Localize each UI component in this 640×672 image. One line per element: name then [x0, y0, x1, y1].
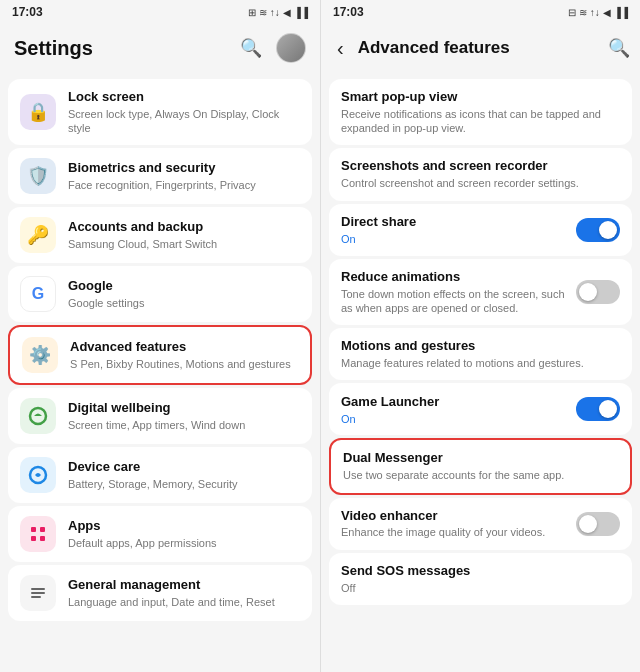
adv-item-motions-gestures[interactable]: Motions and gestures Manage features rel… — [329, 328, 632, 380]
lock-screen-subtitle: Screen lock type, Always On Display, Clo… — [68, 107, 300, 136]
settings-item-lock-screen[interactable]: 🔒 Lock screen Screen lock type, Always O… — [8, 79, 312, 145]
advanced-features-title: Advanced features — [70, 339, 298, 356]
adv-item-video-enhancer[interactable]: Video enhancer Enhance the image quality… — [329, 498, 632, 550]
adv-item-dual-messenger[interactable]: Dual Messenger Use two separate accounts… — [329, 438, 632, 494]
reduce-animations-subtitle: Tone down motion effects on the screen, … — [341, 287, 568, 316]
settings-item-google[interactable]: G Google Google settings — [8, 266, 312, 322]
dual-messenger-subtitle: Use two separate accounts for the same a… — [343, 468, 618, 482]
right-status-bar: 17:03 ⊟ ≋ ↑↓ ◀ ▐▐ — [321, 0, 640, 24]
direct-share-toggle[interactable] — [576, 218, 620, 242]
adv-item-screenshots[interactable]: Screenshots and screen recorder Control … — [329, 148, 632, 200]
accounts-title: Accounts and backup — [68, 219, 300, 236]
video-enhancer-toggle-knob — [579, 515, 597, 533]
video-enhancer-toggle[interactable] — [576, 512, 620, 536]
motions-gestures-subtitle: Manage features related to motions and g… — [341, 356, 620, 370]
left-time: 17:03 — [12, 5, 43, 19]
advanced-features-list: Smart pop-up view Receive notifications … — [321, 72, 640, 672]
direct-share-toggle-knob — [599, 221, 617, 239]
svg-rect-4 — [31, 536, 36, 541]
general-management-subtitle: Language and input, Date and time, Reset — [68, 595, 300, 609]
device-care-icon — [20, 457, 56, 493]
game-launcher-title: Game Launcher — [341, 394, 568, 411]
settings-item-advanced-features[interactable]: ⚙️ Advanced features S Pen, Bixby Routin… — [8, 325, 312, 385]
settings-list: 🔒 Lock screen Screen lock type, Always O… — [0, 72, 320, 672]
left-status-bar: 17:03 ⊞ ≋ ↑↓ ◀ ▐▐ — [0, 0, 320, 24]
right-status-icons: ⊟ ≋ ↑↓ ◀ ▐▐ — [568, 7, 628, 18]
left-search-icon[interactable]: 🔍 — [240, 37, 262, 59]
settings-item-device-care[interactable]: Device care Battery, Storage, Memory, Se… — [8, 447, 312, 503]
reduce-animations-toggle[interactable] — [576, 280, 620, 304]
send-sos-title: Send SOS messages — [341, 563, 620, 580]
game-launcher-toggle[interactable] — [576, 397, 620, 421]
right-panel: 17:03 ⊟ ≋ ↑↓ ◀ ▐▐ ‹ Advanced features 🔍 … — [320, 0, 640, 672]
svg-rect-3 — [40, 527, 45, 532]
general-management-title: General management — [68, 577, 300, 594]
right-search-icon[interactable]: 🔍 — [608, 37, 630, 59]
svg-rect-6 — [31, 588, 45, 590]
apps-title: Apps — [68, 518, 300, 535]
right-time: 17:03 — [333, 5, 364, 19]
screenshots-title: Screenshots and screen recorder — [341, 158, 620, 175]
biometrics-subtitle: Face recognition, Fingerprints, Privacy — [68, 178, 300, 192]
adv-item-smart-popup[interactable]: Smart pop-up view Receive notifications … — [329, 79, 632, 145]
game-launcher-status: On — [341, 413, 568, 425]
svg-rect-2 — [31, 527, 36, 532]
settings-item-digital-wellbeing[interactable]: Digital wellbeing Screen time, App timer… — [8, 388, 312, 444]
lock-screen-title: Lock screen — [68, 89, 300, 106]
biometrics-icon: 🛡️ — [20, 158, 56, 194]
adv-item-game-launcher[interactable]: Game Launcher On — [329, 383, 632, 435]
game-launcher-toggle-knob — [599, 400, 617, 418]
left-panel: 17:03 ⊞ ≋ ↑↓ ◀ ▐▐ Settings 🔍 🔒 Lock scre… — [0, 0, 320, 672]
svg-rect-8 — [31, 596, 41, 598]
biometrics-title: Biometrics and security — [68, 160, 300, 177]
dual-messenger-title: Dual Messenger — [343, 450, 618, 467]
lock-screen-icon: 🔒 — [20, 94, 56, 130]
direct-share-title: Direct share — [341, 214, 568, 231]
apps-icon — [20, 516, 56, 552]
digital-wellbeing-subtitle: Screen time, App timers, Wind down — [68, 418, 300, 432]
back-button[interactable]: ‹ — [331, 35, 350, 62]
left-top-bar: Settings 🔍 — [0, 24, 320, 72]
motions-gestures-title: Motions and gestures — [341, 338, 620, 355]
apps-subtitle: Default apps, App permissions — [68, 536, 300, 550]
accounts-subtitle: Samsung Cloud, Smart Switch — [68, 237, 300, 251]
settings-item-accounts[interactable]: 🔑 Accounts and backup Samsung Cloud, Sma… — [8, 207, 312, 263]
settings-item-biometrics[interactable]: 🛡️ Biometrics and security Face recognit… — [8, 148, 312, 204]
smart-popup-title: Smart pop-up view — [341, 89, 620, 106]
device-care-title: Device care — [68, 459, 300, 476]
google-icon: G — [20, 276, 56, 312]
direct-share-status: On — [341, 233, 568, 245]
settings-item-general-management[interactable]: General management Language and input, D… — [8, 565, 312, 621]
advanced-features-icon: ⚙️ — [22, 337, 58, 373]
adv-item-send-sos[interactable]: Send SOS messages Off — [329, 553, 632, 605]
reduce-animations-toggle-knob — [579, 283, 597, 301]
accounts-icon: 🔑 — [20, 217, 56, 253]
left-avatar[interactable] — [276, 33, 306, 63]
google-subtitle: Google settings — [68, 296, 300, 310]
left-status-icons: ⊞ ≋ ↑↓ ◀ ▐▐ — [248, 7, 308, 18]
screenshots-subtitle: Control screenshot and screen recorder s… — [341, 176, 620, 190]
smart-popup-subtitle: Receive notifications as icons that can … — [341, 107, 620, 136]
svg-rect-7 — [31, 592, 45, 594]
send-sos-status: Off — [341, 582, 620, 594]
left-header-title: Settings — [14, 37, 240, 60]
adv-item-direct-share[interactable]: Direct share On — [329, 204, 632, 256]
general-management-icon — [20, 575, 56, 611]
advanced-features-subtitle: S Pen, Bixby Routines, Motions and gestu… — [70, 357, 298, 371]
settings-item-apps[interactable]: Apps Default apps, App permissions — [8, 506, 312, 562]
right-header-title: Advanced features — [358, 38, 600, 58]
digital-wellbeing-title: Digital wellbeing — [68, 400, 300, 417]
left-header-icons: 🔍 — [240, 33, 306, 63]
google-title: Google — [68, 278, 300, 295]
video-enhancer-subtitle: Enhance the image quality of your videos… — [341, 525, 568, 539]
reduce-animations-title: Reduce animations — [341, 269, 568, 286]
right-top-bar: ‹ Advanced features 🔍 — [321, 24, 640, 72]
digital-wellbeing-icon — [20, 398, 56, 434]
adv-item-reduce-animations[interactable]: Reduce animations Tone down motion effec… — [329, 259, 632, 325]
avatar-image — [277, 34, 305, 62]
device-care-subtitle: Battery, Storage, Memory, Security — [68, 477, 300, 491]
video-enhancer-title: Video enhancer — [341, 508, 568, 525]
svg-rect-5 — [40, 536, 45, 541]
